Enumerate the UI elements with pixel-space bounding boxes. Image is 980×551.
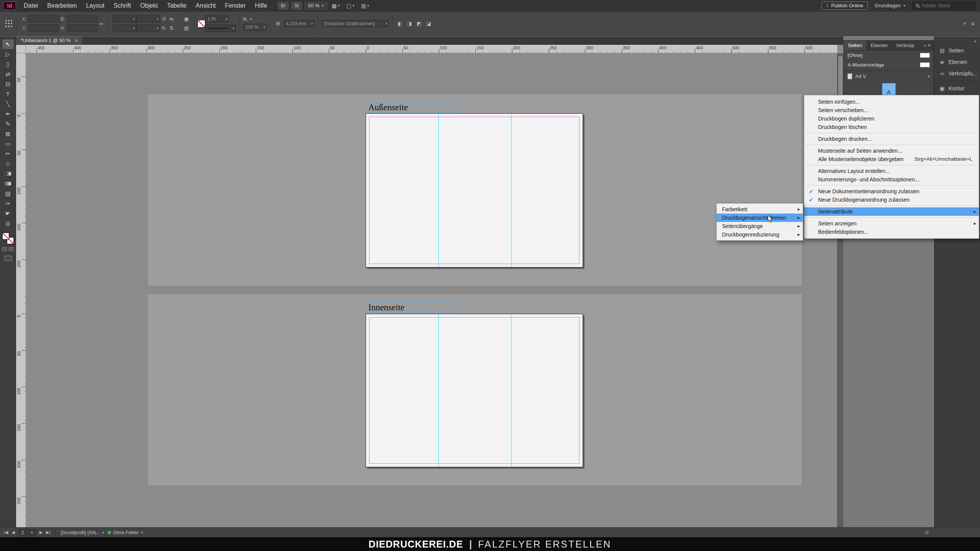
rectangle-tool[interactable]: ▭ [2, 139, 14, 148]
previous-page-button[interactable]: ◀ [11, 530, 15, 535]
submenu-item[interactable]: Druckbogenansicht drehen [717, 214, 803, 222]
panel-tab-verknüp[interactable]: Verknüp [892, 41, 919, 50]
horizontal-ruler[interactable]: 4504003503002502001501005005010015020025… [26, 45, 837, 53]
first-page-button[interactable]: |◀ [4, 530, 8, 535]
rotate-ccw-icon[interactable]: ↺ [160, 15, 168, 23]
scale-y-field[interactable] [113, 24, 136, 32]
context-menu-item[interactable]: Druckbogen duplizieren [804, 114, 979, 123]
default-fill-stroke-icon[interactable] [2, 247, 7, 251]
menubar-menu-datei[interactable]: Datei [19, 0, 42, 11]
fill-swatch[interactable] [2, 233, 9, 240]
panel-overflow-icon[interactable]: » [923, 42, 928, 48]
menubar-menu-tabelle[interactable]: Tabelle [162, 0, 191, 11]
reference-point-proxy[interactable] [5, 20, 13, 28]
page-tool[interactable]: ▯ [2, 59, 14, 69]
stock-button[interactable]: St [291, 2, 302, 10]
pencil-tool[interactable]: ✎ [2, 119, 14, 129]
hand-tool[interactable]: ☛ [2, 209, 14, 218]
x-position-field[interactable] [28, 15, 59, 23]
gradient-swatch-tool[interactable] [2, 169, 14, 178]
document-tab[interactable]: *Unbenannt-1 @ 50 % × [16, 36, 83, 44]
dock-panel-verknpfu[interactable]: ∞Verknüpfu... [934, 68, 980, 79]
panel-menu-icon[interactable]: ≡ [928, 42, 934, 48]
ruler-origin-corner[interactable] [16, 45, 26, 53]
panel-tab-ebenen[interactable]: Ebenen [866, 41, 892, 50]
eyedropper-tool[interactable]: ✑ [2, 199, 14, 208]
zoom-tool[interactable]: ◎ [2, 218, 14, 228]
vertical-ruler[interactable]: 50050100150200050100150200250 [16, 53, 26, 527]
gap-tool[interactable]: ⇄ [2, 69, 14, 79]
fill-stroke-swatches[interactable] [2, 233, 14, 244]
wrap-bounding-icon[interactable]: ◨ [406, 20, 413, 27]
panel-menu-icon[interactable]: ≡ [971, 20, 975, 27]
corner-radius-field[interactable]: 4,233 mm [284, 20, 314, 27]
content-collector-tool[interactable]: ⊟ [2, 79, 14, 89]
adobe-stock-search[interactable] [912, 2, 975, 10]
opacity-field[interactable]: 100 % [243, 24, 267, 31]
align-right-icon[interactable]: ◪ [425, 20, 433, 27]
stroke-color-none-swatch[interactable] [198, 20, 205, 28]
context-menu-item[interactable]: Seiten anzeigen [804, 219, 979, 228]
screen-mode-button[interactable] [4, 256, 12, 261]
stroke-weight-dropdown[interactable]: 1 Pt [205, 15, 229, 23]
select-container-icon[interactable]: ▣ [183, 15, 190, 23]
submenu-item[interactable]: Farbetikett [717, 205, 803, 214]
selection-tool[interactable]: ↖ [2, 39, 14, 49]
context-menu-item[interactable]: Druckbogen drucken... [804, 135, 979, 143]
direct-selection-tool[interactable]: ▷ [2, 49, 14, 59]
menubar-menu-schrift[interactable]: Schrift [109, 0, 136, 11]
screen-mode-icon[interactable]: ▢▾ [345, 3, 356, 9]
context-menu-item[interactable]: Bedienfeldoptionen... [804, 228, 979, 236]
swap-fill-stroke-icon[interactable] [9, 247, 13, 251]
pen-tool[interactable]: ✒ [2, 109, 14, 119]
flip-horizontal-icon[interactable]: ⇆ [168, 15, 175, 23]
rectangle-frame-tool[interactable]: ⊠ [2, 129, 14, 139]
rotate-cw-icon[interactable]: ↻ [160, 24, 168, 32]
context-menu-item[interactable]: Seiten verschieben... [804, 106, 979, 114]
master-page-row[interactable]: A-Mustervorlage [844, 60, 934, 70]
y-position-field[interactable] [28, 24, 59, 32]
submenu-item[interactable]: Seitenübergänge [717, 222, 803, 230]
context-menu-item[interactable]: Seitenattribute [804, 207, 979, 216]
submenu-item[interactable]: Druckbogenreduzierung [717, 230, 803, 239]
context-menu-item[interactable]: Alle Musterseitenobjekte übergebenStrg+A… [804, 155, 979, 163]
text-frame-outside[interactable]: Außenseite [366, 102, 456, 113]
free-transform-tool[interactable]: ◇ [2, 159, 14, 168]
dock-panel-seiten[interactable]: ▤Seiten [934, 45, 980, 56]
preflight-profile-dropdown[interactable]: [Grundprofil] (Arb... ▾ [61, 530, 104, 535]
panel-tab-seiten[interactable]: Seiten [844, 41, 866, 50]
workspace-switcher[interactable]: Grundlagen ▾ [875, 3, 905, 8]
bridge-button[interactable]: Br [278, 2, 289, 10]
context-menu-item[interactable]: Druckbogen löschen [804, 123, 979, 131]
menubar-menu-hilfe[interactable]: Hilfe [250, 0, 272, 11]
dock-panel-ebenen[interactable]: ◈Ebenen [934, 56, 980, 68]
context-menu-item[interactable]: Neue Druckbogenanordnung zulassen [804, 196, 979, 204]
effects-label[interactable]: fx. [243, 16, 248, 22]
menubar-menu-layout[interactable]: Layout [82, 0, 109, 11]
quick-apply-icon[interactable]: ⚡︎ [963, 20, 967, 27]
context-menu-item[interactable]: Musterseite auf Seiten anwenden... [804, 147, 979, 155]
scale-x-field[interactable] [113, 15, 136, 23]
context-menu-item[interactable]: Neue Dokumentseitenanordnung zulassen [804, 187, 979, 196]
line-tool[interactable]: ╲ [2, 99, 14, 109]
wrap-off-icon[interactable]: ◧ [396, 20, 404, 27]
constrain-proportions-icon[interactable]: ∞ [98, 20, 105, 27]
dock-panel-kontur[interactable]: ▣Kontur [934, 83, 980, 94]
context-menu-item[interactable]: Seiten einfügen... [804, 98, 979, 106]
close-icon[interactable]: × [75, 37, 78, 44]
menubar-menu-objekt[interactable]: Objekt [136, 0, 162, 11]
note-tool[interactable]: ▤ [2, 189, 14, 198]
height-field[interactable] [67, 24, 98, 32]
select-content-icon[interactable]: ▤ [183, 24, 190, 32]
menubar-menu-ansicht[interactable]: Ansicht [191, 0, 220, 11]
master-page-row[interactable]: [Ohne] [844, 51, 934, 60]
type-tool[interactable]: T [2, 89, 14, 99]
page-outside[interactable] [366, 113, 583, 267]
align-left-icon[interactable]: ◩ [415, 20, 423, 27]
rotation-angle-field[interactable] [136, 15, 160, 23]
flip-vertical-icon[interactable]: ⇅ [168, 24, 175, 32]
page-size-row[interactable]: A4 V ▾ [844, 72, 934, 81]
page-number-dropdown[interactable]: 2 ▾ [18, 529, 36, 536]
page-inside[interactable] [366, 314, 583, 467]
preflight-status[interactable]: Ohne Fehler ▾ [108, 530, 143, 535]
